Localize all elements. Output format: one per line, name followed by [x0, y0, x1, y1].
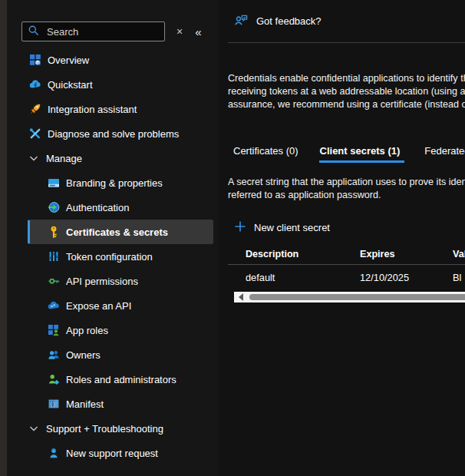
app-roles-icon: [48, 324, 60, 336]
command-bar: Got feedback?: [228, 0, 465, 43]
main-content: Got feedback? Credentials enable confide…: [219, 0, 465, 476]
client-secret-description: A secret string that the application use…: [228, 176, 465, 202]
chevron-down-icon: [28, 422, 40, 435]
sidebar-item-label: New support request: [66, 448, 158, 459]
sidebar-item-label: Roles and administrators: [66, 374, 176, 385]
credentials-intro-text: Credentials enable confidential applicat…: [228, 72, 465, 111]
plus-icon: [234, 220, 246, 235]
sidebar-item-label: Manage: [46, 153, 82, 164]
sidebar-search-row: × «: [21, 21, 219, 41]
diagnose-icon: [29, 127, 41, 140]
search-box[interactable]: [21, 21, 165, 41]
key-icon: [48, 226, 60, 238]
sidebar-item-label: Authentication: [66, 202, 129, 213]
sidebar-item-api-permissions[interactable]: API permissions: [28, 269, 213, 293]
sidebar-group-manage[interactable]: Manage: [28, 146, 213, 170]
sidebar-item-new-support-request[interactable]: New support request: [28, 441, 213, 465]
new-client-secret-button[interactable]: New client secret: [228, 220, 465, 234]
sidebar-group-support-troubleshooting[interactable]: Support + Troubleshooting: [28, 416, 213, 441]
token-configuration-icon: [48, 250, 60, 263]
new-support-request-icon: [48, 447, 60, 459]
sidebar-item-label: Support + Troubleshooting: [46, 423, 163, 435]
owners-icon: [48, 349, 60, 361]
sidebar-item-label: Quickstart: [48, 79, 93, 91]
scroll-left-arrow-icon[interactable]: [239, 293, 243, 301]
sidebar-item-app-roles[interactable]: App roles: [28, 318, 213, 342]
chevron-down-icon: [28, 152, 40, 164]
sidebar-item-owners[interactable]: Owners: [28, 342, 213, 367]
sidebar-item-expose-an-api[interactable]: Expose an API: [28, 293, 213, 318]
secrets-table: Description Expires Value default 12/10/…: [228, 243, 465, 302]
tab-certificates[interactable]: Certificates (0): [233, 145, 298, 163]
roles-administrators-icon: [48, 373, 60, 385]
left-rail: [0, 0, 7, 476]
sidebar-collapse-icon[interactable]: «: [195, 25, 200, 38]
sidebar-item-manifest[interactable]: { }Manifest: [28, 392, 213, 416]
new-client-secret-label: New client secret: [254, 222, 330, 233]
sidebar-item-authentication[interactable]: Authentication: [28, 195, 213, 220]
scrollbar-thumb[interactable]: [249, 294, 465, 300]
integration-assistant-icon: [29, 103, 41, 115]
col-header-description: Description: [246, 249, 360, 259]
col-header-expires: Expires: [360, 249, 453, 259]
got-feedback-icon: [234, 13, 249, 30]
sidebar-item-label: Owners: [66, 349, 101, 361]
quickstart-icon: [29, 78, 41, 91]
table-row[interactable]: default 12/10/2025 Bl: [228, 265, 465, 290]
sidebar-item-label: Manifest: [66, 398, 104, 410]
sidebar-item-label: Integration assistant: [48, 104, 137, 115]
sidebar-item-label: Branding & properties: [66, 177, 163, 189]
sidebar-item-label: Overview: [48, 55, 89, 66]
sidebar-item-label: Diagnose and solve problems: [48, 128, 179, 140]
sidebar-item-quickstart[interactable]: Quickstart: [28, 72, 213, 97]
overview-icon: [29, 54, 41, 66]
expose-api-icon: [48, 299, 60, 312]
sidebar-item-certificates-secrets[interactable]: Certificates & secrets: [28, 220, 213, 244]
table-header-row: Description Expires Value: [228, 243, 465, 265]
intro-line-1: Credentials enable confidential applicat…: [228, 72, 465, 85]
sidebar-item-branding-properties[interactable]: Branding & properties: [28, 170, 213, 195]
sidebar-item-label: Token configuration: [66, 251, 153, 263]
authentication-icon: [48, 201, 60, 213]
intro-line-2: receiving tokens at a web addressable lo…: [228, 85, 465, 98]
branding-icon: [48, 177, 60, 189]
sidebar-item-label: API permissions: [66, 276, 138, 287]
sidebar-item-label: App roles: [66, 325, 108, 336]
tab-client-secrets[interactable]: Client secrets (1): [319, 145, 405, 163]
cell-value: Bl: [453, 272, 465, 283]
sidebar-item-diagnose-and-solve-problems[interactable]: Diagnose and solve problems: [28, 121, 213, 146]
manifest-icon: { }: [48, 398, 60, 410]
tab-federated-credentials[interactable]: Federated credentials (0): [424, 145, 465, 163]
intro-line-3: assurance, we recommend using a certific…: [228, 98, 465, 111]
secret-desc-line-1: A secret string that the application use…: [228, 176, 465, 189]
horizontal-scrollbar[interactable]: [234, 292, 465, 302]
sidebar: × « OverviewQuickstartIntegration assist…: [7, 0, 219, 476]
got-feedback-link[interactable]: Got feedback?: [256, 15, 322, 27]
sidebar-item-integration-assistant[interactable]: Integration assistant: [28, 97, 213, 121]
sidebar-nav: OverviewQuickstartIntegration assistantD…: [7, 48, 219, 465]
sidebar-item-token-configuration[interactable]: Token configuration: [28, 244, 213, 269]
search-clear-icon[interactable]: ×: [176, 25, 183, 38]
svg-text:{ }: { }: [51, 401, 56, 407]
sidebar-item-overview[interactable]: Overview: [28, 48, 213, 72]
col-header-value: Value: [453, 249, 465, 259]
sidebar-item-label: Expose an API: [66, 300, 131, 312]
sidebar-item-roles-and-administrators[interactable]: Roles and administrators: [28, 367, 213, 392]
search-input[interactable]: [45, 25, 153, 38]
cell-expires: 12/10/2025: [360, 272, 453, 283]
sidebar-item-label: Certificates & secrets: [66, 226, 168, 238]
tab-bar: Certificates (0) Client secrets (1) Fede…: [228, 145, 465, 163]
cell-description: default: [246, 272, 360, 283]
secret-desc-line-2: referred to as application password.: [228, 189, 465, 202]
api-permissions-icon: [48, 275, 60, 287]
search-icon: [28, 25, 40, 39]
